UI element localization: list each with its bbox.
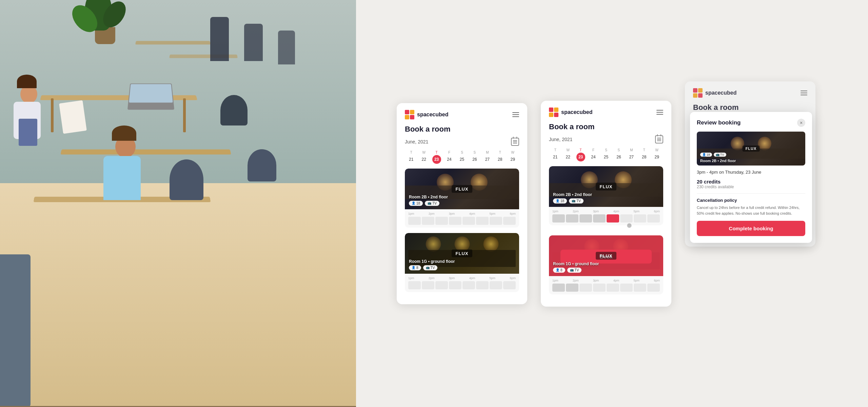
flux-badge-2b-1: FLUX bbox=[452, 185, 473, 193]
slot-130pm[interactable] bbox=[422, 217, 434, 225]
tv-tag-2b-1: 📺TV bbox=[425, 201, 439, 206]
slot-330pm[interactable] bbox=[476, 217, 489, 225]
brand-logo-area-1: spacecubed bbox=[405, 110, 448, 119]
hero-photo bbox=[0, 0, 356, 407]
calendar-icon-1[interactable] bbox=[511, 138, 519, 146]
day-S25[interactable]: S25 bbox=[456, 151, 468, 164]
review-room-name: Room 2B • 2nd floor bbox=[700, 159, 736, 163]
review-room-image: FLUX 👤18 📺TV Room 2B • 2nd floor bbox=[697, 132, 805, 166]
credits-section: 20 credits 230 credits available bbox=[697, 179, 805, 189]
credits-available: 230 credits available bbox=[697, 185, 805, 189]
day-M27[interactable]: M27 bbox=[481, 151, 494, 164]
slot-230pm[interactable] bbox=[449, 217, 461, 225]
day-W29[interactable]: W29 bbox=[507, 151, 519, 164]
review-title: Review booking bbox=[697, 119, 741, 126]
day-strip-1: T21 W22 T23 F24 S25 S26 M27 T28 W29 bbox=[405, 151, 519, 164]
slot-5pm[interactable] bbox=[503, 217, 516, 225]
date-label-2: June, 2021 bbox=[549, 137, 572, 142]
room-name-1g-1: Room 1G • ground floor bbox=[409, 259, 515, 264]
room-card-1g-2: Book FLUX Room 1G • ground floor 👤8 📺TV … bbox=[549, 235, 663, 295]
booking-time: 3pm - 4pm on Thursday, 23 June bbox=[697, 170, 805, 175]
brand-name-1: spacecubed bbox=[417, 112, 448, 118]
room-card-2b-1: FLUX Room 2B • 2nd floor 👤18 📺TV 1pm 2pm… bbox=[405, 169, 519, 228]
spacecubed-logo-1 bbox=[405, 110, 414, 119]
day-S26[interactable]: S26 bbox=[468, 151, 481, 164]
room-name-2b-1: Room 2B • 2nd floor bbox=[409, 195, 515, 199]
room-name-1g-2: Room 1G • ground floor bbox=[553, 261, 659, 266]
policy-text: Cancel up to 24hrs before for a full cre… bbox=[697, 205, 805, 216]
tv-tag-1g-1: 📺TV bbox=[423, 265, 438, 270]
policy-title: Cancellation policy bbox=[697, 198, 805, 203]
page-title-1: Book a room bbox=[405, 125, 519, 134]
day-T23-active[interactable]: T23 bbox=[430, 151, 443, 164]
card-3-wrapper: spacecubed Book a room June, 2021 T21 F2… bbox=[685, 81, 827, 326]
hamburger-menu-3[interactable] bbox=[801, 91, 807, 95]
review-room-tags: 👤18 📺TV bbox=[700, 153, 726, 157]
app-card-1: spacecubed Book a room June, 2021 T21 W2… bbox=[397, 103, 527, 304]
complete-booking-button[interactable]: Complete booking bbox=[697, 221, 805, 236]
room-name-2b-2: Room 2B • 2nd floor bbox=[553, 192, 659, 197]
day-strip-2: T21 W22 T23 F24 S25 S26 M27 T28 W29 bbox=[549, 148, 663, 161]
app-card-2: spacecubed Book a room June, 2021 T21 W2… bbox=[541, 101, 671, 307]
room-card-2b-2: FLUX Room 2B • 2nd floor 👤18 📺TV 1pm 2pm… bbox=[549, 166, 663, 231]
divider bbox=[697, 193, 805, 194]
slot-3pm[interactable] bbox=[462, 217, 475, 225]
slot-2pm[interactable] bbox=[435, 217, 448, 225]
brand-name-2: spacecubed bbox=[561, 109, 592, 115]
hamburger-menu-1[interactable] bbox=[512, 112, 519, 117]
slot-row-1g-1 bbox=[408, 281, 516, 289]
brand-logo-area-2: spacecubed bbox=[549, 108, 592, 117]
room-card-1g-1: FLUX Room 1G • ground floor 👤8 📺TV 1pm 2… bbox=[405, 233, 519, 293]
day-F24[interactable]: F24 bbox=[443, 151, 455, 164]
close-review-button[interactable]: × bbox=[797, 119, 805, 127]
spacecubed-logo-2 bbox=[549, 108, 558, 117]
day-T28[interactable]: T28 bbox=[494, 151, 506, 164]
flux-badge-2b-2: FLUX bbox=[596, 182, 617, 190]
slot-4pm[interactable] bbox=[490, 217, 502, 225]
review-booking-panel: Review booking × FLUX 👤18 📺TV Room 2B • … bbox=[690, 112, 812, 243]
slot-1pm[interactable] bbox=[408, 217, 421, 225]
calendar-icon-2[interactable] bbox=[655, 135, 663, 143]
slot-row-2b-2 bbox=[552, 214, 660, 222]
hamburger-menu-2[interactable] bbox=[656, 110, 663, 115]
app-demos-area: spacecubed Book a room June, 2021 T21 W2… bbox=[356, 0, 868, 407]
capacity-tag-2b-1: 👤18 bbox=[409, 201, 423, 206]
selected-slot-3pm[interactable] bbox=[607, 214, 619, 222]
slot-row-2b-1 bbox=[408, 217, 516, 225]
flux-badge-review: FLUX bbox=[743, 146, 760, 152]
flux-badge-1g-2: FLUX bbox=[596, 252, 617, 259]
page-title-2: Book a room bbox=[549, 122, 663, 131]
day-T21[interactable]: T21 bbox=[405, 151, 417, 164]
day-W22[interactable]: W22 bbox=[417, 151, 430, 164]
capacity-tag-1g-1: 👤8 bbox=[409, 265, 421, 270]
credits-amount: 20 credits bbox=[697, 179, 805, 185]
flux-badge-1g-1: FLUX bbox=[452, 249, 473, 257]
date-label-1: June, 2021 bbox=[405, 139, 428, 144]
